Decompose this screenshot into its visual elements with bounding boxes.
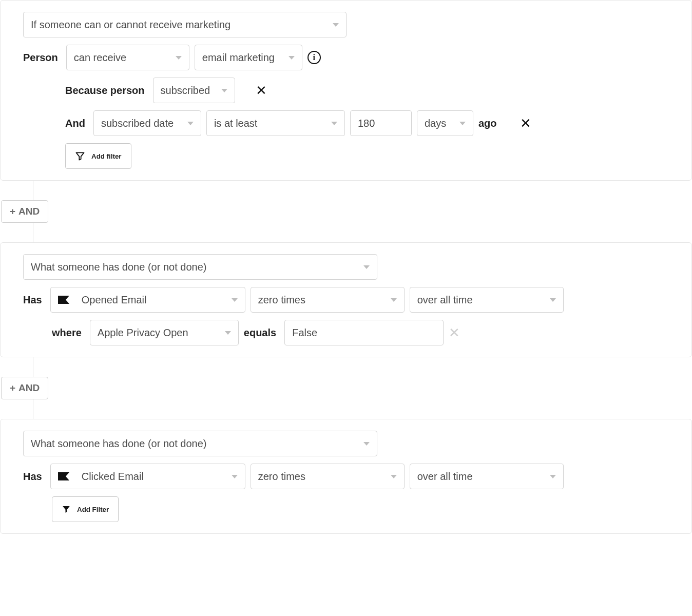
- and-connector: + AND: [0, 357, 692, 419]
- condition-type-select[interactable]: What someone has done (or not done): [23, 431, 377, 456]
- chevron-down-icon: [187, 122, 194, 125]
- times-value: zero times: [258, 471, 383, 483]
- chevron-down-icon: [176, 56, 182, 60]
- can-receive-value: can receive: [74, 52, 168, 64]
- plus-icon: +: [10, 206, 15, 217]
- condition-type-label: What someone has done (or not done): [31, 261, 356, 273]
- condition-block-3: What someone has done (or not done) Has …: [0, 419, 692, 534]
- chevron-down-icon: [221, 89, 227, 92]
- chevron-down-icon: [289, 56, 295, 60]
- unit-select[interactable]: days: [417, 110, 473, 136]
- condition-type-select[interactable]: If someone can or cannot receive marketi…: [23, 12, 347, 37]
- metric-select[interactable]: Opened Email: [50, 287, 245, 313]
- metric-select[interactable]: Clicked Email: [50, 464, 245, 489]
- chevron-down-icon: [459, 122, 466, 125]
- filter-icon: [75, 151, 85, 161]
- comparator-select[interactable]: is at least: [206, 110, 345, 136]
- add-filter-button[interactable]: Add filter: [65, 143, 131, 169]
- chevron-down-icon: [550, 475, 556, 478]
- metric-value: Clicked Email: [82, 471, 224, 483]
- add-filter-button[interactable]: Add Filter: [52, 496, 119, 522]
- timeframe-value: over all time: [417, 294, 543, 306]
- where-field-value: Apple Privacy Open: [98, 327, 218, 339]
- info-icon[interactable]: i: [307, 51, 321, 64]
- chevron-down-icon: [232, 298, 238, 302]
- comparator-value: is at least: [214, 118, 324, 129]
- has-label: Has: [23, 471, 42, 483]
- chevron-down-icon: [391, 475, 397, 478]
- chevron-down-icon: [391, 298, 397, 302]
- timeframe-value: over all time: [417, 471, 543, 483]
- chevron-down-icon: [225, 331, 231, 335]
- condition-block-1: If someone can or cannot receive marketi…: [0, 0, 692, 181]
- where-value-input[interactable]: [284, 320, 444, 345]
- has-label: Has: [23, 294, 42, 306]
- flag-icon: [58, 472, 69, 480]
- because-value: subscribed: [161, 85, 214, 97]
- chevron-down-icon: [363, 265, 370, 269]
- channel-select[interactable]: email marketing: [195, 45, 302, 70]
- filter-icon: [62, 505, 71, 514]
- plus-icon: +: [10, 382, 15, 394]
- close-icon[interactable]: ✕: [256, 84, 267, 97]
- can-receive-select[interactable]: can receive: [66, 45, 189, 70]
- where-label: where: [52, 327, 82, 339]
- equals-label: equals: [244, 327, 276, 339]
- and-label: AND: [18, 206, 40, 217]
- metric-value: Opened Email: [82, 294, 224, 306]
- flag-icon: [58, 296, 69, 304]
- channel-value: email marketing: [202, 52, 281, 64]
- unit-value: days: [425, 118, 452, 129]
- add-filter-label: Add filter: [91, 152, 122, 160]
- and-connector: + AND: [0, 181, 692, 242]
- chevron-down-icon: [363, 442, 370, 446]
- timeframe-select[interactable]: over all time: [410, 464, 564, 489]
- chevron-down-icon: [232, 475, 238, 478]
- times-select[interactable]: zero times: [251, 287, 405, 313]
- value-input[interactable]: [350, 110, 412, 136]
- where-field-select[interactable]: Apple Privacy Open: [90, 320, 239, 345]
- ago-label: ago: [478, 118, 497, 129]
- and-button[interactable]: + AND: [1, 200, 48, 223]
- condition-type-select[interactable]: What someone has done (or not done): [23, 254, 377, 280]
- and-button[interactable]: + AND: [1, 377, 48, 399]
- condition-type-label: What someone has done (or not done): [31, 438, 356, 450]
- date-field-select[interactable]: subscribed date: [93, 110, 201, 136]
- chevron-down-icon: [550, 298, 556, 302]
- and-label: AND: [18, 382, 40, 394]
- condition-type-label: If someone can or cannot receive marketi…: [31, 19, 325, 31]
- times-select[interactable]: zero times: [251, 464, 405, 489]
- because-person-label: Because person: [65, 85, 145, 97]
- add-filter-label: Add Filter: [77, 506, 109, 513]
- close-icon[interactable]: ✕: [449, 326, 460, 339]
- close-icon[interactable]: ✕: [520, 117, 531, 130]
- date-field-value: subscribed date: [101, 118, 180, 129]
- condition-block-2: What someone has done (or not done) Has …: [0, 242, 692, 357]
- because-select[interactable]: subscribed: [153, 78, 235, 103]
- chevron-down-icon: [331, 122, 337, 125]
- chevron-down-icon: [333, 23, 339, 27]
- timeframe-select[interactable]: over all time: [410, 287, 564, 313]
- person-label: Person: [23, 52, 58, 64]
- and-label: And: [65, 118, 85, 129]
- times-value: zero times: [258, 294, 383, 306]
